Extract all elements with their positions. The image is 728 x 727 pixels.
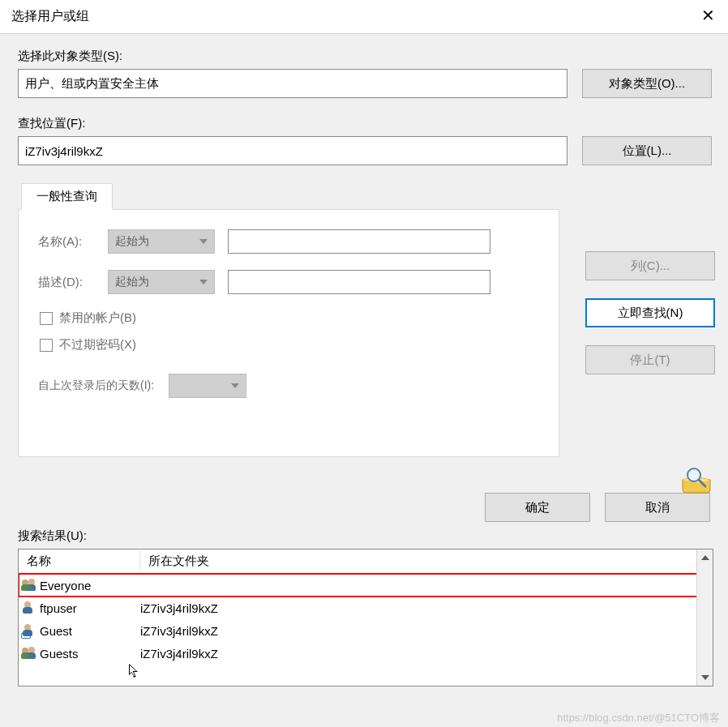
non-expiring-label: 不过期密码(X) xyxy=(59,337,136,353)
desc-label: 描述(D): xyxy=(38,275,95,290)
ok-button[interactable]: 确定 xyxy=(485,493,590,522)
tab-general-query[interactable]: 一般性查询 xyxy=(21,183,113,210)
table-row[interactable]: Everyone xyxy=(19,574,713,597)
row-name: Guest xyxy=(40,624,72,638)
col-folder-header[interactable]: 所在文件夹 xyxy=(140,550,713,572)
row-folder: iZ7iv3j4ril9kxZ xyxy=(140,601,218,615)
scroll-down-icon[interactable] xyxy=(697,669,713,686)
find-now-button[interactable]: 立即查找(N) xyxy=(585,298,715,327)
dialog-body: 选择此对象类型(S): 用户、组或内置安全主体 对象类型(O)... 查找位置(… xyxy=(0,34,728,695)
columns-button[interactable]: 列(C)... xyxy=(585,251,715,280)
query-panel: 名称(A): 起始为 描述(D): 起始为 禁用的帐户(B) xyxy=(18,209,559,457)
disabled-accounts-label: 禁用的帐户(B) xyxy=(59,310,136,326)
object-types-button[interactable]: 对象类型(O)... xyxy=(582,69,712,98)
chevron-down-icon xyxy=(199,239,208,244)
days-since-label: 自上次登录后的天数(I): xyxy=(38,378,154,393)
row-name: Everyone xyxy=(40,579,91,592)
row-name: ftpuser xyxy=(40,601,77,615)
object-type-field[interactable]: 用户、组或内置安全主体 xyxy=(18,69,567,98)
name-match-combo[interactable]: 起始为 xyxy=(108,229,215,254)
titlebar: 选择用户或组 ✕ xyxy=(0,0,728,34)
table-row[interactable]: GuestsiZ7iv3j4ril9kxZ xyxy=(19,642,713,665)
cancel-button[interactable]: 取消 xyxy=(605,493,710,522)
locations-button[interactable]: 位置(L)... xyxy=(582,136,712,165)
location-value: iZ7iv3j4ril9kxZ xyxy=(25,144,103,158)
chevron-down-icon xyxy=(199,280,208,284)
chevron-down-icon xyxy=(231,383,239,388)
results-label: 搜索结果(U): xyxy=(18,528,712,544)
group-icon xyxy=(22,579,36,592)
guest-icon xyxy=(22,624,36,637)
scrollbar[interactable] xyxy=(696,550,713,686)
days-combo[interactable] xyxy=(169,374,246,398)
object-type-value: 用户、组或内置安全主体 xyxy=(25,76,159,92)
name-label: 名称(A): xyxy=(38,234,95,250)
object-type-label: 选择此对象类型(S): xyxy=(18,49,712,64)
results-grid: 名称 所在文件夹 EveryoneftpuseriZ7iv3j4ril9kxZG… xyxy=(18,549,713,686)
watermark: https://blog.csdn.net/@51CTO博客 xyxy=(557,711,720,725)
disabled-accounts-checkbox[interactable] xyxy=(40,312,53,325)
desc-match-combo[interactable]: 起始为 xyxy=(108,270,215,294)
location-field[interactable]: iZ7iv3j4ril9kxZ xyxy=(18,136,567,165)
desc-input[interactable] xyxy=(228,270,490,294)
grid-header: 名称 所在文件夹 xyxy=(19,550,713,574)
row-folder: iZ7iv3j4ril9kxZ xyxy=(140,624,218,638)
group-icon xyxy=(22,647,36,660)
stop-button[interactable]: 停止(T) xyxy=(585,345,715,374)
col-name-header[interactable]: 名称 xyxy=(19,550,140,572)
non-expiring-checkbox[interactable] xyxy=(40,339,53,352)
side-buttons: 列(C)... 立即查找(N) 停止(T) xyxy=(585,251,715,494)
close-icon[interactable]: ✕ xyxy=(701,7,715,24)
row-name: Guests xyxy=(40,647,79,661)
name-input[interactable] xyxy=(228,229,490,254)
user-icon xyxy=(22,601,36,614)
row-folder: iZ7iv3j4ril9kxZ xyxy=(140,647,218,661)
window-title: 选择用户或组 xyxy=(11,8,89,25)
table-row[interactable]: GuestiZ7iv3j4ril9kxZ xyxy=(19,619,713,642)
search-folder-icon xyxy=(679,465,715,494)
table-row[interactable]: ftpuseriZ7iv3j4ril9kxZ xyxy=(19,597,713,619)
scroll-up-icon[interactable] xyxy=(697,550,713,566)
location-label: 查找位置(F): xyxy=(18,116,712,131)
